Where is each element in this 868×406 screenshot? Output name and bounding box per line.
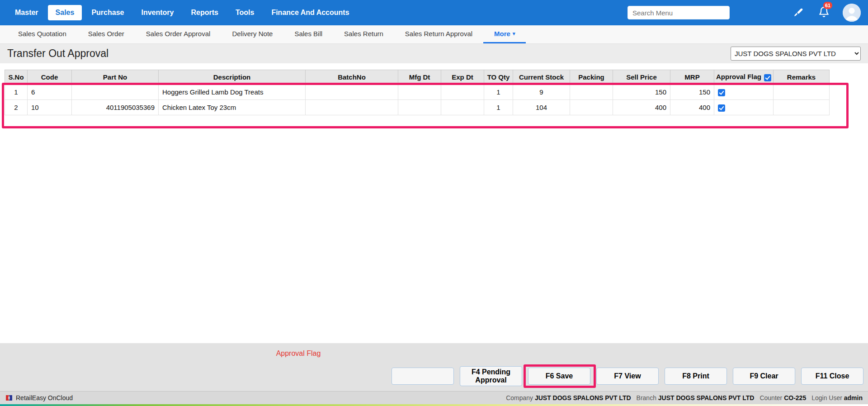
subnav-item-sales-return-approval[interactable]: Sales Return Approval [394,25,483,43]
f8-print-button[interactable]: F8 Print [665,368,727,385]
cell-description: Hoggers Grilled Lamb Dog Treats [159,85,306,100]
col-header-label: Description [213,73,251,81]
status-label: Branch [637,394,658,401]
col-header-label: BatchNo [338,73,366,81]
f11-close-button[interactable]: F11 Close [801,368,863,385]
chevron-down-icon: ▾ [513,31,515,37]
cell-batch_no [306,85,398,100]
avatar[interactable] [843,4,861,22]
f6-save-button[interactable]: F6 Save [528,368,590,385]
topnav-item-sales[interactable]: Sales [48,5,82,20]
status-company: Company JUST DOGS SPALONS PVT LTD [506,394,631,401]
cell-sell_price: 400 [613,100,670,115]
cell-remarks [774,85,830,100]
cell-part_no [72,85,159,100]
status-label: Company [506,394,535,401]
subnav-item-sales-return[interactable]: Sales Return [333,25,394,43]
col-header-label: MRP [684,73,699,81]
cell-packing [570,85,613,100]
f7-view-button[interactable]: F7 View [596,368,659,385]
cell-exp_dt [441,100,484,115]
topnav-item-reports[interactable]: Reports [183,5,226,20]
cell-batch_no [306,100,398,115]
status-value: admin [844,394,863,401]
retaileasy-logo-icon [5,395,13,401]
cell-to_qty: 1 [484,100,513,115]
cell-code: 6 [28,85,72,100]
col-header-remarks: Remarks [774,70,830,85]
col-header-label: TO Qty [487,73,510,81]
header-approval-checkbox[interactable] [764,74,771,81]
empty-button[interactable] [392,368,454,385]
subnav-item-sales-bill[interactable]: Sales Bill [283,25,333,43]
subnav-item-more[interactable]: More▾ [483,25,526,43]
footer-buttons: F4 Pending ApprovalF6 SaveF7 ViewF8 Prin… [392,364,863,388]
row-approval-checkbox[interactable] [718,89,725,96]
col-header-label: S.No [8,73,24,81]
cell-sno: 1 [5,85,28,100]
subnav-item-label: Sales Return [344,30,383,38]
subnav-item-label: Sales Order Approval [146,30,211,38]
f9-clear-button[interactable]: F9 Clear [733,368,795,385]
topnav: MasterSalesPurchaseInventoryReportsTools… [0,0,868,25]
row-approval-checkbox[interactable] [718,104,725,112]
topnav-item-tools[interactable]: Tools [228,5,262,20]
subnav-item-delivery-note[interactable]: Delivery Note [221,25,283,43]
approval-flag-label: Approval Flag [253,349,344,358]
subnav-item-label: Sales Order [88,30,124,38]
cell-current_stock: 104 [513,100,570,115]
cell-mrp: 150 [670,85,714,100]
col-header-label: Exp Dt [452,73,473,81]
col-header-label: Code [41,73,58,81]
cell-approval_flag [714,85,774,100]
statusbar: RetailEasy OnCloud Company JUST DOGS SPA… [0,391,868,404]
page-header: Transfer Out Approval JUST DOGS SPALONS … [0,44,868,63]
col-header-part_no: Part No [72,70,159,85]
subnav-item-sales-order[interactable]: Sales Order [77,25,135,43]
col-header-label: Sell Price [626,73,657,81]
search-input[interactable] [627,6,730,19]
col-header-batch_no: BatchNo [306,70,398,85]
cell-mfg_dt [398,100,441,115]
cell-code: 10 [28,100,72,115]
col-header-exp_dt: Exp Dt [441,70,484,85]
footer-band: Approval Flag F4 Pending ApprovalF6 Save… [0,343,868,391]
cell-sell_price: 150 [613,85,670,100]
topnav-right: 61 [627,4,861,22]
col-header-label: Packing [578,73,604,81]
col-header-label: Current Stock [519,73,564,81]
subnav-item-sales-quotation[interactable]: Sales Quotation [7,25,77,43]
col-header-label: Mfg Dt [409,73,430,81]
status-counter: Counter CO-225 [760,394,806,401]
notifications-button[interactable]: 61 [817,6,830,19]
cell-mfg_dt [398,85,441,100]
subnav-item-sales-order-approval[interactable]: Sales Order Approval [135,25,222,43]
col-header-mrp: MRP [670,70,714,85]
items-table: S.NoCodePart NoDescriptionBatchNoMfg DtE… [5,70,830,115]
subnav-item-label: Delivery Note [232,30,273,38]
status-login-user: Login User admin [811,394,863,401]
subnav-item-label: Sales Quotation [18,30,66,38]
table-header-row: S.NoCodePart NoDescriptionBatchNoMfg DtE… [5,70,830,85]
topnav-item-purchase[interactable]: Purchase [84,5,132,20]
cell-remarks [774,100,830,115]
page-title: Transfer Out Approval [7,47,108,60]
topnav-item-master[interactable]: Master [7,5,46,20]
items-table-wrap: S.NoCodePart NoDescriptionBatchNoMfg DtE… [5,70,830,115]
company-select[interactable]: JUST DOGS SPALONS PVT LTD [731,47,861,61]
topnav-item-finance-and-accounts[interactable]: Finance And Accounts [264,5,357,20]
cell-part_no: 4011905035369 [72,100,159,115]
f4-pending-approval-button[interactable]: F4 Pending Approval [460,366,522,387]
topnav-item-inventory[interactable]: Inventory [133,5,181,20]
col-header-sell_price: Sell Price [613,70,670,85]
col-header-approval_flag: Approval Flag [714,70,774,85]
col-header-mfg_dt: Mfg Dt [398,70,441,85]
brush-icon[interactable] [792,6,805,19]
cell-current_stock: 9 [513,85,570,100]
statusbar-info: Company JUST DOGS SPALONS PVT LTDBranch … [506,394,863,401]
cell-packing [570,100,613,115]
cell-mrp: 400 [670,100,714,115]
col-header-packing: Packing [570,70,613,85]
col-header-code: Code [28,70,72,85]
col-header-label: Part No [103,73,127,81]
